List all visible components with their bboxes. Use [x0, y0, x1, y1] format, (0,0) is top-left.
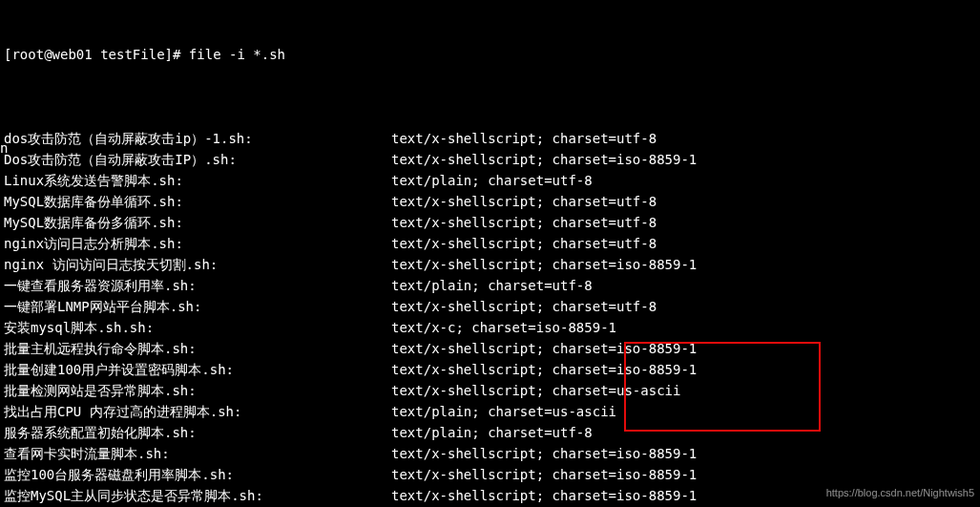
file-output-row: MySQL数据库备份单循环.sh:text/x-shellscript; cha… — [4, 191, 976, 212]
file-name-cell: 安装mysql脚本.sh.sh: — [4, 317, 391, 338]
file-name-cell: 监控MySQL主从同步状态是否异常脚本.sh: — [4, 485, 391, 506]
file-info-cell: text/x-shellscript; charset=utf-8 — [391, 212, 976, 233]
file-output-row: nginx访问日志分析脚本.sh:text/x-shellscript; cha… — [4, 233, 976, 254]
file-info-cell: text/x-c; charset=iso-8859-1 — [391, 317, 976, 338]
file-output-row: 批量主机远程执行命令脚本.sh:text/x-shellscript; char… — [4, 338, 976, 359]
file-output-row: 查看网卡实时流量脚本.sh:text/x-shellscript; charse… — [4, 443, 976, 464]
file-name-cell: MySQL数据库备份多循环.sh: — [4, 212, 391, 233]
file-info-cell: text/x-shellscript; charset=iso-8859-1 — [391, 149, 976, 170]
file-name-cell: Dos攻击防范（自动屏蔽攻击IP）.sh: — [4, 149, 391, 170]
file-output-row: 批量创建100用户并设置密码脚本.sh:text/x-shellscript; … — [4, 359, 976, 380]
file-name-cell: nginx 访问访问日志按天切割.sh: — [4, 254, 391, 275]
file-info-cell: text/x-shellscript; charset=iso-8859-1 — [391, 359, 976, 380]
file-output-row: MySQL数据库备份多循环.sh:text/x-shellscript; cha… — [4, 212, 976, 233]
file-info-cell: text/x-shellscript; charset=utf-8 — [391, 128, 976, 149]
file-name-cell: 服务器系统配置初始化脚本.sh: — [4, 422, 391, 443]
file-output-row: 安装mysql脚本.sh.sh:text/x-c; charset=iso-88… — [4, 317, 976, 338]
file-output-row: 批量检测网站是否异常脚本.sh:text/x-shellscript; char… — [4, 380, 976, 401]
file-info-cell: text/x-shellscript; charset=iso-8859-1 — [391, 338, 976, 359]
file-name-cell: nginx访问日志分析脚本.sh: — [4, 233, 391, 254]
file-output-row: 一键部署LNMP网站平台脚本.sh:text/x-shellscript; ch… — [4, 296, 976, 317]
file-output-row: 一键查看服务器资源利用率.sh:text/plain; charset=utf-… — [4, 275, 976, 296]
file-output-row: 服务器系统配置初始化脚本.sh:text/plain; charset=utf-… — [4, 422, 976, 443]
file-info-cell: text/x-shellscript; charset=iso-8859-1 — [391, 254, 976, 275]
file-info-cell: text/x-shellscript; charset=us-ascii — [391, 380, 976, 401]
file-info-cell: text/x-shellscript; charset=iso-8859-1 — [391, 443, 976, 464]
file-info-cell: text/x-shellscript; charset=utf-8 — [391, 191, 976, 212]
file-name-cell: 监控100台服务器磁盘利用率脚本.sh: — [4, 464, 391, 485]
file-info-cell: text/plain; charset=utf-8 — [391, 275, 976, 296]
file-name-cell: 找出占用CPU 内存过高的进程脚本.sh: — [4, 401, 391, 422]
file-name-cell: 批量创建100用户并设置密码脚本.sh: — [4, 359, 391, 380]
file-info-cell: text/x-shellscript; charset=utf-8 — [391, 233, 976, 254]
file-info-cell: text/x-shellscript; charset=utf-8 — [391, 296, 976, 317]
file-name-cell: MySQL数据库备份单循环.sh: — [4, 191, 391, 212]
terminal-output[interactable]: [root@web01 testFile]# file -i *.sh dos攻… — [0, 0, 980, 507]
file-name-cell: 一键部署LNMP网站平台脚本.sh: — [4, 296, 391, 317]
file-info-cell: text/plain; charset=utf-8 — [391, 170, 976, 191]
file-output-row: dos攻击防范（自动屏蔽攻击ip）-1.sh:text/x-shellscrip… — [4, 128, 976, 149]
file-name-cell: dos攻击防范（自动屏蔽攻击ip）-1.sh: — [4, 128, 391, 149]
file-name-cell: 批量主机远程执行命令脚本.sh: — [4, 338, 391, 359]
file-output-row: Dos攻击防范（自动屏蔽攻击IP）.sh:text/x-shellscript;… — [4, 149, 976, 170]
file-output-row: nginx 访问访问日志按天切割.sh:text/x-shellscript; … — [4, 254, 976, 275]
file-name-cell: Linux系统发送告警脚本.sh: — [4, 170, 391, 191]
file-output-row: 找出占用CPU 内存过高的进程脚本.sh:text/plain; charset… — [4, 401, 976, 422]
file-name-cell: 批量检测网站是否异常脚本.sh: — [4, 380, 391, 401]
watermark-text: https://blog.csdn.net/Nightwish5 — [826, 482, 974, 503]
shell-prompt-command: [root@web01 testFile]# file -i *.sh — [4, 44, 976, 65]
file-info-cell: text/plain; charset=utf-8 — [391, 422, 976, 443]
file-name-cell: 查看网卡实时流量脚本.sh: — [4, 443, 391, 464]
file-info-cell: text/plain; charset=us-ascii — [391, 401, 976, 422]
margin-marker: n — [0, 137, 8, 158]
file-output-row: Linux系统发送告警脚本.sh:text/plain; charset=utf… — [4, 170, 976, 191]
file-name-cell: 一键查看服务器资源利用率.sh: — [4, 275, 391, 296]
